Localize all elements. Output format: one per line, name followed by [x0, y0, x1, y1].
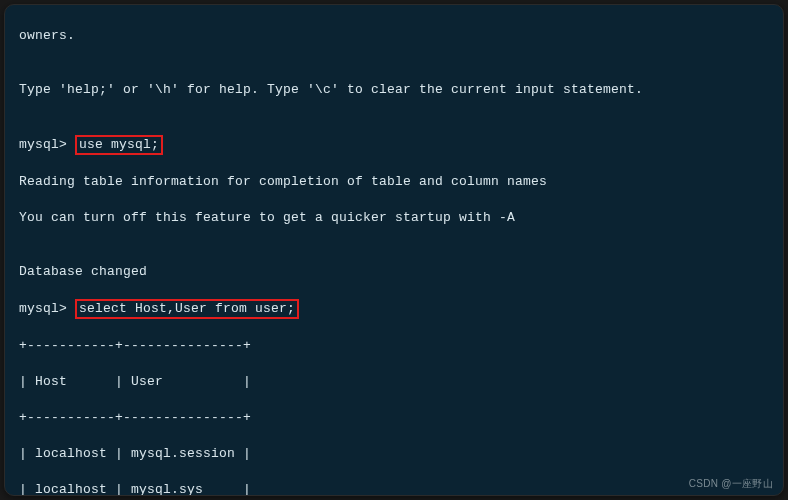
prompt-line: mysql> select Host,User from user; — [19, 299, 769, 319]
prompt-line: mysql> use mysql; — [19, 135, 769, 155]
highlighted-command: use mysql; — [75, 135, 163, 155]
table-header: | Host | User | — [19, 373, 769, 391]
output-line: You can turn off this feature to get a q… — [19, 209, 769, 227]
mysql-prompt: mysql> — [19, 137, 75, 152]
output-line: Reading table information for completion… — [19, 173, 769, 191]
terminal-output: owners. Type 'help;' or '\h' for help. T… — [5, 5, 783, 496]
table-row: | localhost | mysql.sys | — [19, 481, 769, 496]
highlighted-command: select Host,User from user; — [75, 299, 299, 319]
table-border: +-----------+---------------+ — [19, 409, 769, 427]
terminal-window: owners. Type 'help;' or '\h' for help. T… — [4, 4, 784, 496]
output-line: owners. — [19, 27, 769, 45]
output-line: Database changed — [19, 263, 769, 281]
table-border: +-----------+---------------+ — [19, 337, 769, 355]
watermark-text: CSDN @一座野山 — [689, 477, 773, 491]
mysql-prompt: mysql> — [19, 301, 75, 316]
table-row: | localhost | mysql.session | — [19, 445, 769, 463]
output-line: Type 'help;' or '\h' for help. Type '\c'… — [19, 81, 769, 99]
